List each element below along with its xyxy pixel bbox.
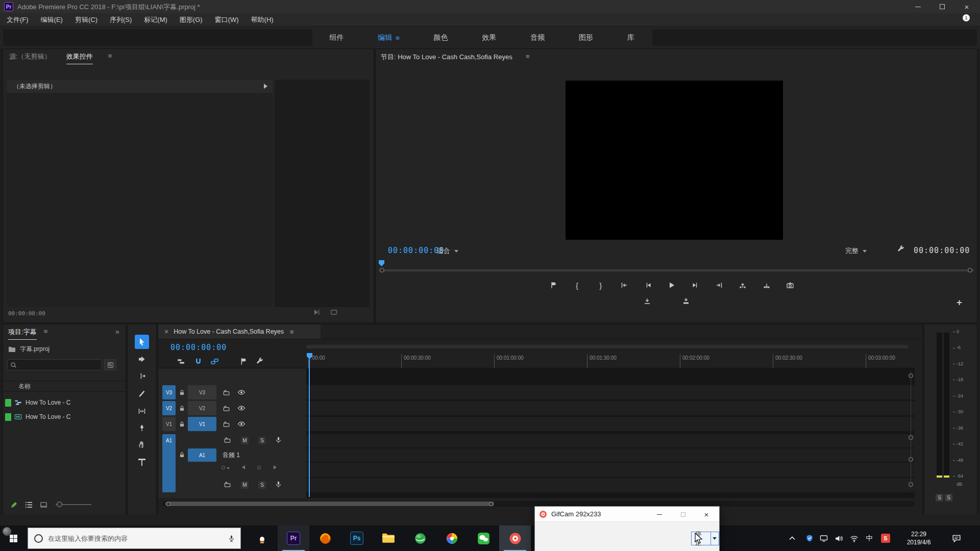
mic-icon[interactable] (228, 535, 235, 542)
scrollbar-handle[interactable] (909, 482, 913, 487)
track-target-box[interactable]: A1 (188, 448, 216, 462)
gifcam-close-button[interactable]: × (695, 507, 718, 522)
track-select-forward-tool[interactable] (135, 352, 149, 366)
track-lane[interactable] (306, 463, 915, 477)
taskbar-green-browser-icon[interactable] (404, 525, 436, 551)
program-monitor-tab[interactable]: 节目: How To Love - Cash Cash,Sofia Reyes (381, 53, 512, 62)
taskbar-wechat-icon[interactable] (468, 525, 499, 551)
taskbar-firefox-icon[interactable] (309, 525, 341, 551)
collapse-panel-icon[interactable]: » (115, 328, 119, 336)
program-playhead[interactable] (379, 260, 384, 266)
list-view-icon[interactable] (25, 501, 33, 509)
track-lane[interactable] (306, 385, 915, 399)
track-lock-icon[interactable] (179, 417, 187, 431)
source-patch-box[interactable]: V1 (162, 417, 176, 431)
keyframe-display-dropdown[interactable] (222, 465, 230, 470)
sogou-ime-icon[interactable]: S (879, 525, 892, 551)
tray-display-icon[interactable] (818, 525, 830, 551)
work-area-bar[interactable] (306, 345, 909, 348)
pen-tool[interactable] (135, 421, 149, 435)
next-keyframe-icon[interactable] (274, 465, 277, 469)
timeline-tab[interactable]: × How To Love - Cash Cash,Sofia Reyes ≡ (158, 324, 321, 339)
menu-item[interactable]: 编辑(E) (38, 14, 65, 26)
add-keyframe-icon[interactable] (257, 465, 261, 470)
workspace-tab[interactable]: 颜色 ≡ (433, 31, 449, 44)
track-target-box[interactable]: V3 (188, 385, 216, 399)
add-marker-button[interactable] (547, 279, 559, 291)
source-patch-box[interactable]: V2 (162, 401, 176, 415)
sync-lock-icon[interactable] (223, 385, 231, 399)
close-tab-icon[interactable]: × (164, 328, 168, 336)
mark-in-button[interactable]: { (571, 279, 583, 291)
zoom-slider-handle[interactable] (57, 502, 62, 507)
scrollbar-handle[interactable] (909, 373, 913, 378)
workspace-tab[interactable]: 编辑 ≡ (377, 31, 401, 44)
sync-lock-icon[interactable] (223, 417, 231, 431)
taskbar-search-box[interactable] (28, 528, 241, 549)
project-item-sequence[interactable]: How To Love - C (3, 396, 126, 409)
play-clip-icon[interactable] (312, 308, 321, 316)
zoom-slider[interactable] (56, 504, 91, 505)
gifcam-stop-dropdown[interactable] (711, 532, 719, 545)
taskbar-premiere-icon[interactable]: Pr (278, 525, 309, 551)
float-ball-icon[interactable] (3, 527, 11, 536)
extract-button[interactable] (761, 279, 773, 291)
overwrite-button[interactable] (680, 295, 692, 307)
track-lock-icon[interactable] (179, 452, 185, 458)
workspace-menu-icon[interactable]: ≡ (396, 34, 400, 42)
voiceover-mic-icon[interactable] (275, 481, 282, 488)
taskbar-clock[interactable]: 22:29 2019/4/6 (896, 525, 941, 551)
mute-button[interactable]: M (241, 437, 249, 444)
menu-item[interactable]: 序列(S) (107, 14, 134, 26)
panel-menu-icon[interactable]: ≡ (44, 328, 48, 335)
name-column-header[interactable]: 名称 (3, 381, 126, 392)
track-output-eye-icon[interactable] (237, 417, 247, 431)
scrollbar-handle[interactable] (909, 435, 913, 440)
source-patch-box[interactable]: A1 (162, 434, 176, 492)
maximize-button[interactable] (931, 0, 953, 13)
play-button[interactable] (666, 279, 678, 291)
scrollbar-handle[interactable] (909, 457, 913, 462)
step-back-button[interactable] (642, 279, 654, 291)
scrollbar-zoom-handle[interactable] (166, 502, 170, 506)
tab-project[interactable]: 项目:字幕 (8, 328, 37, 340)
mute-button[interactable]: M (241, 481, 249, 489)
program-timecode[interactable]: 00:00:00:00 (388, 246, 444, 255)
step-forward-button[interactable] (689, 279, 701, 291)
panel-menu-icon[interactable]: ≡ (526, 53, 530, 60)
razor-tool[interactable] (135, 386, 149, 400)
solo-left-button[interactable]: S (936, 494, 943, 502)
track-lane[interactable] (306, 448, 915, 462)
menu-item[interactable]: 文件(F) (4, 14, 31, 26)
project-file-row[interactable]: 字幕.prproj (8, 345, 50, 354)
settings-wrench-icon[interactable] (896, 245, 905, 254)
hidden-icons-chevron[interactable] (786, 525, 798, 551)
expand-icon[interactable] (264, 84, 267, 89)
track-output-eye-icon[interactable] (237, 401, 247, 415)
taskbar-gifcam-icon[interactable] (499, 525, 531, 551)
solo-button[interactable]: S (258, 481, 266, 489)
workspace-tab[interactable]: 组件 ≡ (328, 31, 345, 44)
tray-security-icon[interactable] (803, 525, 816, 551)
gifcam-minimize-button[interactable] (648, 507, 671, 522)
previous-keyframe-icon[interactable] (242, 465, 245, 469)
taskbar-pinwheel-browser-icon[interactable] (436, 525, 468, 551)
insert-button[interactable] (641, 295, 653, 307)
network-icon[interactable] (847, 525, 861, 551)
slip-tool[interactable] (135, 404, 149, 418)
playback-resolution-dropdown[interactable]: 完整 (845, 246, 867, 256)
track-lock-icon[interactable] (179, 401, 187, 415)
icon-view-icon[interactable] (40, 501, 47, 509)
taskbar-qq-icon[interactable] (246, 525, 278, 551)
ripple-edit-tool[interactable] (135, 369, 149, 383)
taskbar-file-explorer-icon[interactable] (373, 525, 404, 551)
loop-icon[interactable] (330, 308, 338, 316)
hand-tool[interactable] (135, 438, 149, 452)
track-lock-icon[interactable] (179, 385, 187, 399)
voiceover-mic-icon[interactable] (275, 436, 282, 444)
scrollbar-zoom-handle[interactable] (489, 502, 493, 506)
vertical-scrollbar[interactable] (911, 371, 911, 489)
menu-item[interactable]: 窗口(W) (212, 14, 241, 26)
solo-button[interactable]: S (258, 437, 266, 444)
scrubber-right-handle[interactable] (968, 268, 972, 272)
